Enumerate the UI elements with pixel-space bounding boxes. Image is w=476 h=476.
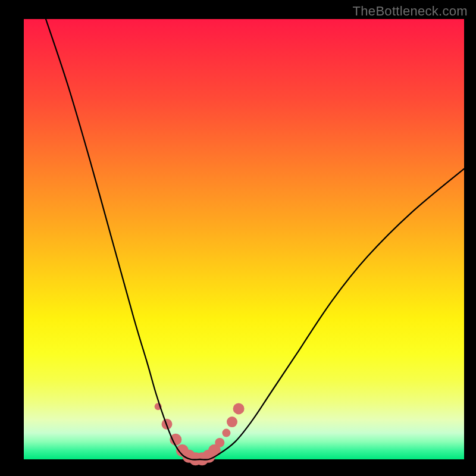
curve-marker <box>222 429 230 437</box>
curve-svg <box>24 19 464 459</box>
curve-marker <box>215 438 224 447</box>
plot-area <box>24 19 464 459</box>
curve-markers <box>155 403 245 465</box>
chart-frame: TheBottleneck.com <box>0 0 476 476</box>
watermark-text: TheBottleneck.com <box>353 4 468 19</box>
curve-marker <box>233 403 245 414</box>
curve-marker <box>170 434 181 446</box>
bottleneck-curve <box>46 19 464 460</box>
curve-marker <box>227 416 237 427</box>
